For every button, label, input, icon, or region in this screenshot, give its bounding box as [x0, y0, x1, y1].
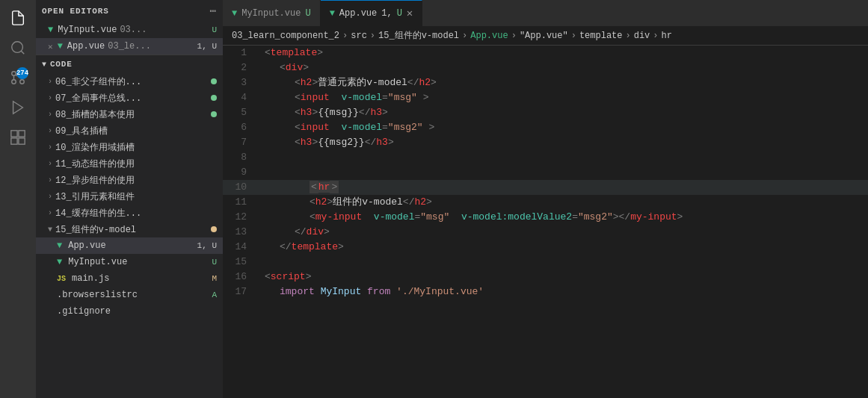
line-content-13: </div> [259, 225, 868, 240]
editor-item-appvue[interactable]: ✕ ▼ App.vue 03_le... 1, U [36, 38, 223, 55]
search-icon[interactable] [6, 36, 30, 60]
vue-icon-file-myinput: ▼ [57, 257, 62, 267]
editor-item-myinput-badge: U [212, 25, 217, 34]
line-number-12: 12 [223, 210, 259, 225]
close-icon-appvue[interactable]: ✕ [48, 42, 53, 52]
editor-item-myinput-name: MyInput.vue [58, 25, 117, 35]
extensions-icon[interactable] [6, 125, 30, 149]
file-mainjs-label: main.js [72, 273, 109, 284]
folder-10[interactable]: › 10_渲染作用域插槽 [36, 139, 223, 155]
folder-07-chevron: › [48, 94, 52, 102]
line-number-9: 9 [223, 165, 259, 180]
editor-item-appvue-prefix: 03_le... [108, 41, 151, 52]
file-browserslistrc[interactable]: .browserslistrc A [36, 287, 223, 303]
file-myinput-label: MyInput.vue [68, 257, 127, 267]
file-browserslistrc-label: .browserslistrc [57, 290, 138, 300]
tab-myinput-badge: U [305, 8, 310, 19]
breadcrumb-part-6[interactable]: template [579, 31, 623, 41]
svg-point-4 [12, 80, 16, 84]
line-number-1: 1 [223, 46, 259, 60]
folder-15-label: 15_组件的v-model [55, 223, 136, 236]
file-appvue[interactable]: ▼ App.vue 1, U [36, 237, 223, 254]
line-number-3: 3 [223, 75, 259, 90]
line-number-13: 13 [223, 225, 259, 240]
folder-08-chevron: › [48, 111, 52, 119]
breadcrumb-part-1[interactable]: 03_learn_component_2 [232, 31, 339, 41]
debug-icon[interactable] [6, 96, 30, 119]
file-gitignore[interactable]: .gitignore [36, 303, 223, 320]
code-line-13: 13 </div> [223, 225, 868, 240]
editor-item-myinput[interactable]: ▼ MyInput.vue 03... U [36, 22, 223, 38]
line-number-11: 11 [223, 195, 259, 210]
folder-09-chevron: › [48, 127, 52, 135]
tab-appvue-close[interactable]: ✕ [407, 8, 413, 19]
folder-06-label: 06_非父子组件的... [55, 75, 141, 88]
open-editors-section: OPEN EDITORS ⋯ ▼ MyInput.vue 03... U ✕ ▼… [36, 0, 223, 55]
source-control-icon[interactable]: 274 [6, 66, 30, 90]
svg-marker-6 [13, 102, 23, 114]
breadcrumb-part-4[interactable]: App.vue [470, 31, 508, 41]
folder-11[interactable]: › 11_动态组件的使用 [36, 155, 223, 172]
open-editors-header[interactable]: OPEN EDITORS ⋯ [36, 0, 223, 22]
line-number-6: 6 [223, 120, 259, 135]
breadcrumb-sep-2: › [370, 31, 375, 41]
files-icon[interactable] [6, 6, 30, 30]
new-file-icon[interactable]: ⋯ [210, 4, 217, 17]
line-number-2: 2 [223, 60, 259, 75]
folder-12[interactable]: › 12_异步组件的使用 [36, 172, 223, 188]
vue-icon-myinput: ▼ [48, 25, 53, 35]
folder-15[interactable]: ▼ 15_组件的v-model [36, 221, 223, 237]
folder-08-label: 08_插槽的基本使用 [55, 108, 135, 121]
breadcrumb-sep-1: › [342, 31, 348, 41]
code-line-17: 17 import MyInput from './MyInput.vue' [223, 284, 868, 299]
folder-10-chevron: › [48, 143, 52, 152]
folder-13[interactable]: › 13_引用元素和组件 [36, 188, 223, 205]
svg-rect-8 [19, 131, 25, 137]
folder-07[interactable]: › 07_全局事件总线... [36, 90, 223, 106]
line-content-2: <div> [259, 60, 868, 75]
editor-item-appvue-badge: 1, U [197, 42, 217, 51]
breadcrumb-sep-3: › [462, 31, 467, 41]
code-line-4: 4 <input v-model="msg" > [223, 90, 868, 105]
folder-08-dot [211, 111, 217, 117]
code-section-label: CODE [50, 60, 73, 69]
file-appvue-badge: 1, U [197, 241, 217, 250]
file-mainjs[interactable]: JS main.js M [36, 270, 223, 287]
line-content-17: import MyInput from './MyInput.vue' [259, 284, 868, 299]
folder-11-label: 11_动态组件的使用 [55, 158, 135, 170]
folder-13-label: 13_引用元素和组件 [55, 190, 135, 203]
line-content-9 [259, 165, 868, 180]
breadcrumb-part-7[interactable]: div [634, 31, 650, 41]
tab-appvue-vue-icon: ▼ [330, 8, 335, 19]
breadcrumb-part-5[interactable]: "App.vue" [520, 31, 568, 41]
vue-icon-file-appvue: ▼ [57, 240, 62, 251]
breadcrumb-part-8[interactable]: hr [662, 31, 672, 41]
folder-12-label: 12_异步组件的使用 [55, 174, 135, 187]
breadcrumb-part-3[interactable]: 15_组件的v-model [378, 29, 459, 42]
breadcrumb-part-2[interactable]: src [351, 31, 367, 41]
open-editors-label: OPEN EDITORS [42, 7, 109, 16]
folder-07-label: 07_全局事件总线... [55, 92, 141, 105]
file-myinput[interactable]: ▼ MyInput.vue U [36, 254, 223, 270]
sidebar: OPEN EDITORS ⋯ ▼ MyInput.vue 03... U ✕ ▼… [36, 0, 223, 398]
folder-09[interactable]: › 09_具名插槽 [36, 122, 223, 139]
folder-13-chevron: › [48, 193, 52, 201]
folder-09-label: 09_具名插槽 [55, 125, 108, 137]
code-line-1: 1 <template> [223, 46, 868, 60]
tab-appvue-num-badge: 1, [381, 8, 392, 19]
open-editors-icons: ⋯ [210, 4, 217, 17]
folder-14[interactable]: › 14_缓存组件的生... [36, 205, 223, 221]
tab-myinput[interactable]: ▼ MyInput.vue U [223, 0, 321, 26]
code-line-12: 12 <my-input v-model="msg" v-model:model… [223, 210, 868, 225]
file-myinput-badge: U [212, 258, 217, 267]
code-editor[interactable]: 1 <template> 2 <div> 3 <h2>普通元素的v-model<… [223, 46, 868, 398]
code-section-header[interactable]: ▼ CODE [36, 55, 223, 73]
tab-myinput-vue-icon: ▼ [232, 8, 237, 19]
tab-appvue[interactable]: ▼ App.vue 1, U ✕ [321, 0, 423, 26]
folder-08[interactable]: › 08_插槽的基本使用 [36, 106, 223, 122]
svg-point-2 [20, 80, 25, 84]
js-icon-mainjs: JS [57, 275, 66, 283]
folder-06[interactable]: › 06_非父子组件的... [36, 73, 223, 90]
line-content-6: <input v-model="msg2" > [259, 120, 868, 135]
folder-06-chevron: › [48, 78, 52, 86]
